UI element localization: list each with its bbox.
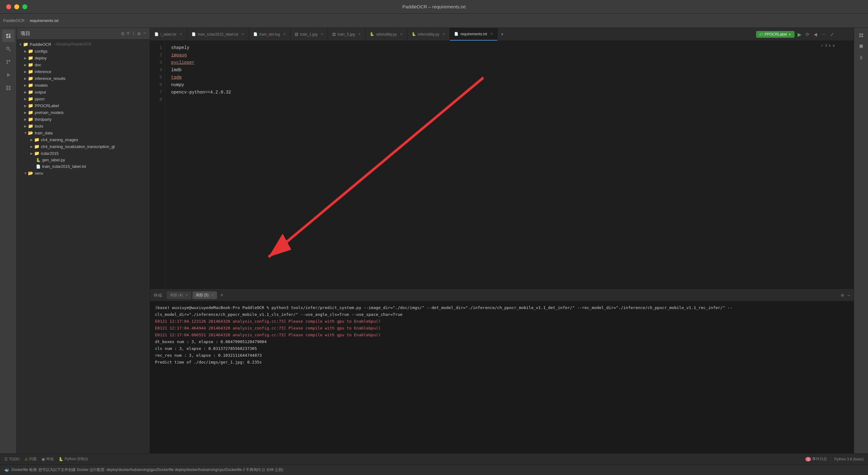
python-console-item[interactable]: 🐍 Python 控制台 (59, 456, 88, 462)
tree-item-ch4-images[interactable]: ▶ 📁 ch4_training_images (17, 136, 150, 143)
tree-item-tools[interactable]: ▶ 📁 tools (17, 123, 150, 129)
event-log-item[interactable]: 1 事件日志 (805, 456, 827, 462)
terminal-tab-5-close[interactable]: ✕ (211, 293, 214, 297)
tree-item-ppocrlabel[interactable]: ▶ 📁 PPOCRLabel (17, 102, 150, 109)
tab-train-det[interactable]: 📄 train_det.log ✕ (249, 28, 290, 40)
code-line-2: imgaug (171, 52, 847, 59)
tab-close[interactable]: ✕ (442, 32, 445, 36)
line-num-5: 5 (153, 74, 162, 81)
new-file-icon[interactable]: ≡ (127, 31, 130, 37)
tree-item-inference[interactable]: ▶ 📁 inference (17, 68, 150, 75)
tab-close[interactable]: ✕ (320, 32, 323, 36)
svg-rect-3 (6, 37, 8, 38)
back-icon[interactable]: ◀ (812, 31, 818, 38)
window-controls (6, 4, 27, 9)
code-line-8 (171, 96, 847, 103)
refresh-icon[interactable]: ⚙ (137, 31, 141, 37)
root-folder-icon: 📁 (23, 42, 28, 47)
python-icon: 🐍 (59, 457, 63, 462)
todo-item[interactable]: ☰ TODO (4, 457, 20, 462)
tab-utils[interactable]: 🐍 utils/utility.py ✕ (366, 28, 407, 40)
bookmark-icon[interactable] (856, 41, 866, 52)
terminal-icon: ▣ (41, 457, 45, 462)
tab-close[interactable]: ✕ (490, 32, 493, 36)
tab-requirements[interactable]: 📄 requirements.txt ✕ (450, 28, 498, 40)
maximize-icon[interactable]: ⤢ (829, 31, 835, 38)
tree-item-deploy[interactable]: ▶ 📁 deploy (17, 55, 150, 61)
terminal-tab-4[interactable]: 局部 (4) ✕ (167, 292, 191, 299)
tab-close[interactable]: ✕ (283, 32, 286, 36)
terminal-panel: 终端: 局部 (4) ✕ 局部 (5) ✕ + ⚙ — (150, 289, 854, 453)
reload-icon[interactable]: ⟳ (804, 31, 811, 38)
tree-item-train-data[interactable]: ▼ 📂 train_data (17, 129, 150, 136)
more-icon[interactable]: ⋯ (820, 31, 827, 38)
tab-i-label[interactable]: 📄 i_label.txt ✕ (150, 28, 187, 40)
tree-item-models[interactable]: ▶ 📁 models (17, 82, 150, 89)
svg-rect-16 (859, 33, 861, 35)
tree-item-venv[interactable]: ▼ 📂 venv (17, 170, 150, 176)
tab-infer[interactable]: 🐍 infer/utility.py ✕ (407, 28, 450, 40)
ppocrlabel-label: PPOCRLabel (765, 32, 787, 37)
structure-icon[interactable] (856, 30, 866, 40)
terminal-add-button[interactable]: + (218, 292, 226, 299)
extensions-icon[interactable] (2, 82, 14, 94)
code-text-5: tqdm (171, 74, 182, 81)
tree-item-doc[interactable]: ▶ 📁 doc (17, 61, 150, 68)
tab-close[interactable]: ✕ (400, 32, 403, 36)
tab-close[interactable]: ✕ (242, 32, 244, 36)
more-actions-icon[interactable]: − (143, 31, 146, 37)
tree-item-gen-label[interactable]: 🐍 gen_label.py (17, 157, 150, 163)
commit-icon[interactable] (856, 53, 866, 63)
event-label: 事件日志 (812, 456, 827, 462)
bottom-right: 1 事件日志 | Python 3.8 (base) (805, 456, 864, 462)
terminal-error-1: E0121 12:17:04.123126 281464320 analysis… (155, 318, 849, 325)
problems-item[interactable]: ⚠ 问题 (25, 456, 37, 462)
close-button[interactable] (6, 4, 11, 9)
terminal-tab-5[interactable]: 局部 (5) ✕ (192, 292, 217, 299)
maximize-button[interactable] (22, 4, 27, 9)
tree-item-output[interactable]: ▶ 📁 output (17, 89, 150, 95)
code-area[interactable]: shapely imgaug pyclipper lmdb (165, 41, 854, 289)
tab-train-icdar[interactable]: 📄 train_icdar2015_label.txt ✕ (187, 28, 249, 40)
tree-item-icdar2015[interactable]: ▶ 📁 icdar2015 (17, 150, 150, 157)
chevron-up-icon[interactable]: ∧ (828, 43, 831, 48)
terminal-error-3: E0121 12:17:04.666551 281464320 analysis… (155, 332, 849, 338)
terminal-close-button[interactable]: — (847, 293, 850, 298)
git-icon[interactable] (2, 56, 14, 68)
minimize-button[interactable] (14, 4, 19, 9)
tab-close[interactable]: ✕ (180, 32, 182, 36)
new-folder-icon[interactable]: ↕ (132, 31, 135, 37)
tab-train-1[interactable]: 🖼 train_1.jpg ✕ (290, 28, 328, 40)
tab-close[interactable]: ✕ (358, 32, 361, 36)
check-icon: ✓ (820, 43, 824, 48)
svg-rect-13 (9, 88, 10, 90)
tree-item-inference-results[interactable]: ▶ 📁 inference_results (17, 75, 150, 82)
code-text-7: opencv-python==4.2.0.32 (171, 89, 231, 96)
terminal-item[interactable]: ▣ 终端 (41, 456, 54, 462)
problems-icon: ⚠ (25, 457, 28, 462)
files-icon[interactable] (2, 30, 14, 42)
terminal-content[interactable]: (base) wuxiuye@wuxiuyedeMacBook-Pro Padd… (150, 301, 854, 453)
tree-item-pretrain[interactable]: ▶ 📁 pretrain_models (17, 109, 150, 116)
tree-item-thirdparty[interactable]: ▶ 📁 thirdparty (17, 116, 150, 123)
breadcrumb-root[interactable]: PaddleOCR (3, 18, 25, 23)
breadcrumb: PaddleOCR › requirements.txt (3, 18, 59, 23)
tab-overflow[interactable]: ▾ (498, 28, 507, 40)
svg-point-6 (6, 60, 8, 61)
chevron-down-icon[interactable]: ∨ (832, 43, 835, 48)
tree-item-train-icdar[interactable]: 📄 train_icdar2015_label.txt (17, 163, 150, 170)
ppocrlabel-button[interactable]: 🏷 PPOCRLabel ▼ (756, 31, 795, 38)
search-icon[interactable] (2, 43, 14, 55)
run-icon[interactable]: ▶ (796, 30, 803, 39)
collapse-all-icon[interactable]: ⊟ (121, 31, 124, 37)
tree-item-ppocr[interactable]: ▶ 📁 ppocr (17, 95, 150, 102)
terminal-label-bottom: 终端 (46, 456, 54, 462)
tree-item-ch4-transcription[interactable]: ▶ 📁 ch4_training_localization_transcript… (17, 143, 150, 150)
tab-train-5[interactable]: 🖼 train_5.jpg ✕ (328, 28, 366, 40)
tree-item-configs[interactable]: ▶ 📁 configs (17, 48, 150, 55)
tree-root[interactable]: ▼ 📁 PaddleOCR ~/Desktop/PaddleOCR (17, 41, 150, 48)
debug-icon[interactable] (2, 69, 14, 81)
root-arrow: ▼ (18, 43, 23, 46)
terminal-tab-4-close[interactable]: ✕ (185, 293, 188, 297)
terminal-settings-icon[interactable]: ⚙ (841, 293, 843, 298)
